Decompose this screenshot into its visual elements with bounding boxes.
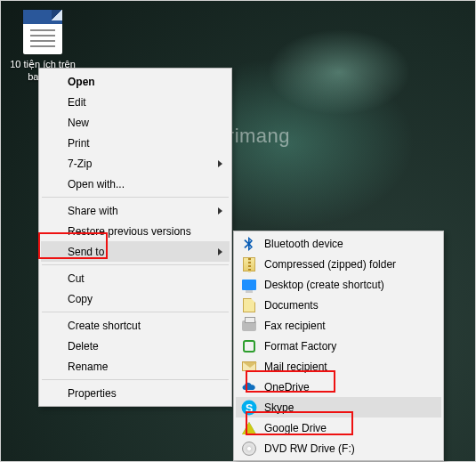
submenu-label: Compressed (zipped) folder	[264, 258, 396, 271]
submenu-item-documents[interactable]: Documents	[236, 295, 441, 315]
context-menu: Open Edit New Print 7-Zip Open with... S…	[38, 68, 232, 407]
fax-icon	[241, 318, 257, 334]
submenu-label: Desktop (create shortcut)	[264, 279, 384, 291]
chevron-right-icon	[218, 207, 222, 215]
submenu-label: OneDrive	[264, 381, 310, 393]
submenu-item-skype[interactable]: S Skype	[236, 397, 441, 417]
onedrive-icon	[241, 379, 257, 395]
bluetooth-icon	[241, 236, 257, 252]
submenu-item-dvd-drive[interactable]: DVD RW Drive (F:)	[236, 438, 441, 458]
submenu-item-compressed-folder[interactable]: Compressed (zipped) folder	[236, 254, 441, 274]
submenu-label: Format Factory	[264, 340, 336, 353]
submenu-label: Skype	[264, 401, 294, 414]
submenu-label: Bluetooth device	[264, 238, 343, 250]
chevron-right-icon	[218, 160, 222, 167]
disc-icon	[241, 441, 257, 457]
menu-item-create-shortcut[interactable]: Create shortcut	[41, 315, 230, 336]
desktop-icon	[241, 277, 257, 293]
menu-item-send-to[interactable]: Send to	[41, 241, 230, 262]
submenu-item-mail[interactable]: Mail recipient	[236, 356, 441, 377]
submenu-label: DVD RW Drive (F:)	[264, 442, 355, 455]
menu-item-rename[interactable]: Rename	[41, 356, 230, 377]
format-factory-icon	[241, 338, 257, 354]
separator	[42, 197, 229, 198]
menu-item-open[interactable]: Open	[41, 71, 230, 92]
submenu-item-fax[interactable]: Fax recipient	[236, 315, 441, 336]
separator	[42, 312, 229, 312]
menu-item-new[interactable]: New	[41, 112, 230, 133]
submenu-item-bluetooth[interactable]: Bluetooth device	[236, 233, 441, 254]
sendto-submenu: Bluetooth device Compressed (zipped) fol…	[233, 231, 444, 461]
mail-icon	[241, 359, 257, 375]
svg-text:S: S	[246, 401, 253, 414]
menu-item-restore-versions[interactable]: Restore previous versions	[41, 221, 230, 241]
zip-folder-icon	[241, 256, 257, 272]
menu-item-edit[interactable]: Edit	[41, 92, 230, 112]
menu-item-share-with[interactable]: Share with	[41, 200, 230, 221]
submenu-label: Mail recipient	[264, 361, 327, 373]
menu-item-delete[interactable]: Delete	[41, 336, 230, 356]
submenu-label: Google Drive	[264, 422, 327, 434]
separator	[42, 379, 229, 380]
skype-icon: S	[241, 400, 257, 416]
desktop[interactable]: 10 tiện ích trên ba nên uantrimang Open …	[0, 0, 476, 462]
menu-item-print[interactable]: Print	[41, 133, 230, 153]
submenu-item-format-factory[interactable]: Format Factory	[236, 336, 441, 356]
submenu-label: Fax recipient	[264, 320, 326, 332]
separator	[42, 264, 229, 265]
submenu-item-google-drive[interactable]: Google Drive	[236, 417, 441, 438]
submenu-label: Documents	[264, 299, 319, 312]
google-drive-icon	[241, 420, 257, 436]
menu-item-cut[interactable]: Cut	[41, 268, 230, 288]
word-document-icon	[23, 10, 62, 54]
menu-item-7zip[interactable]: 7-Zip	[41, 153, 230, 174]
submenu-item-desktop-shortcut[interactable]: Desktop (create shortcut)	[236, 274, 441, 295]
menu-item-open-with[interactable]: Open with...	[41, 174, 230, 194]
menu-item-copy[interactable]: Copy	[41, 288, 230, 309]
submenu-item-onedrive[interactable]: OneDrive	[236, 377, 441, 397]
chevron-right-icon	[218, 248, 222, 255]
documents-icon	[241, 297, 257, 313]
menu-item-properties[interactable]: Properties	[41, 383, 230, 403]
